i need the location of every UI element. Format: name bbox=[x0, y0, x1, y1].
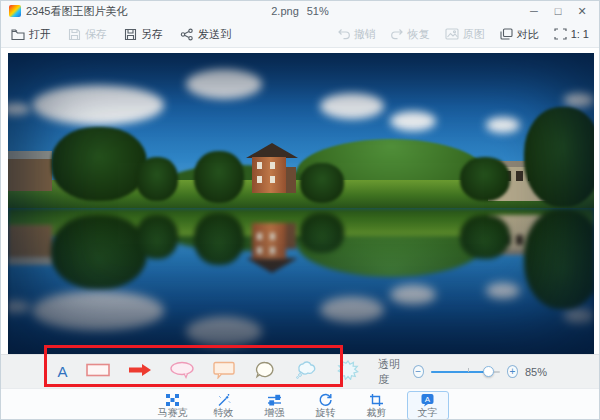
text-bubble-icon: A bbox=[420, 393, 435, 407]
barn-building bbox=[8, 225, 52, 265]
photo-scene bbox=[8, 53, 594, 208]
photo-reflection bbox=[8, 208, 594, 354]
compare-button[interactable]: 对比 bbox=[500, 27, 539, 42]
actual-size-icon bbox=[554, 28, 567, 40]
sliders-icon bbox=[267, 393, 282, 407]
compare-icon bbox=[500, 28, 513, 40]
redo-icon bbox=[391, 28, 404, 40]
house-roof bbox=[246, 143, 298, 158]
app-window: 2345看图王图片美化 2.png 51% ─ □ ✕ 打开 保存 另存 发送到 bbox=[0, 0, 600, 420]
opacity-slider-fill bbox=[431, 371, 490, 373]
tree bbox=[524, 209, 594, 309]
house bbox=[246, 143, 298, 193]
house-window bbox=[257, 162, 262, 169]
photo-area bbox=[1, 48, 599, 354]
app-logo-icon bbox=[9, 5, 21, 17]
save-as-button[interactable]: 另存 bbox=[124, 27, 163, 42]
rotate-icon bbox=[318, 393, 333, 407]
cloud bbox=[486, 283, 520, 299]
cloud bbox=[320, 93, 384, 119]
photo-water bbox=[8, 208, 594, 354]
undo-icon bbox=[337, 28, 350, 40]
original-image-button[interactable]: 原图 bbox=[445, 27, 485, 42]
save-as-icon bbox=[124, 28, 137, 41]
maximize-button[interactable]: □ bbox=[547, 2, 569, 20]
undo-button[interactable]: 撤销 bbox=[337, 27, 376, 42]
opacity-control: 透明度 − + 85% bbox=[378, 357, 547, 387]
app-title: 2345看图王图片美化 bbox=[26, 4, 127, 19]
house bbox=[246, 223, 298, 273]
tab-rotate[interactable]: 旋转 bbox=[305, 391, 347, 420]
slider-tick bbox=[468, 368, 469, 372]
tab-text[interactable]: A 文字 bbox=[407, 391, 449, 420]
open-button[interactable]: 打开 bbox=[11, 27, 51, 42]
tab-mosaic[interactable]: 马赛克 bbox=[152, 391, 194, 420]
tab-label: 裁剪 bbox=[367, 408, 387, 418]
red-highlight-rectangle bbox=[44, 345, 343, 387]
actual-size-button[interactable]: 1: 1 bbox=[554, 28, 589, 40]
house-porch bbox=[286, 167, 296, 193]
document-info: 2.png 51% bbox=[271, 1, 329, 21]
cloud bbox=[186, 317, 262, 347]
house-roof bbox=[246, 258, 298, 273]
tree bbox=[460, 215, 510, 259]
house-window bbox=[270, 233, 275, 240]
tree bbox=[194, 151, 244, 203]
toolbar-right-group: 撤销 恢复 原图 对比 1: 1 bbox=[322, 27, 589, 42]
tab-enhance[interactable]: 增强 bbox=[254, 391, 296, 420]
window-controls: ─ □ ✕ bbox=[523, 2, 593, 20]
cloud bbox=[320, 297, 384, 323]
opacity-decrease-button[interactable]: − bbox=[413, 365, 424, 378]
redo-button[interactable]: 恢复 bbox=[391, 27, 430, 42]
title-bar: 2345看图王图片美化 2.png 51% ─ □ ✕ bbox=[1, 1, 599, 21]
opacity-slider[interactable] bbox=[431, 365, 500, 378]
main-toolbar: 打开 保存 另存 发送到 撤销 恢复 原图 bbox=[1, 21, 599, 48]
house-window bbox=[257, 176, 262, 183]
cloud bbox=[564, 93, 594, 107]
file-name: 2.png bbox=[271, 5, 299, 17]
tree bbox=[300, 163, 344, 203]
opacity-label: 透明度 bbox=[378, 357, 406, 387]
cloud bbox=[32, 291, 164, 331]
send-to-button[interactable]: 发送到 bbox=[180, 27, 231, 42]
tree bbox=[460, 157, 510, 201]
send-to-icon bbox=[180, 28, 194, 41]
folder-open-icon bbox=[11, 28, 25, 41]
magic-wand-icon bbox=[216, 393, 231, 407]
cloud bbox=[32, 85, 164, 125]
house-porch bbox=[286, 223, 296, 249]
opacity-increase-button[interactable]: + bbox=[507, 365, 518, 378]
tab-label: 马赛克 bbox=[158, 408, 188, 418]
house-window bbox=[270, 176, 275, 183]
tree bbox=[51, 127, 147, 201]
cloud bbox=[390, 285, 436, 305]
house-window bbox=[270, 162, 275, 169]
opacity-slider-thumb[interactable] bbox=[483, 366, 494, 377]
save-icon bbox=[68, 28, 81, 41]
bottom-tab-bar: 马赛克 特效 增强 旋转 裁剪 A 文字 bbox=[1, 388, 599, 420]
photo-canvas bbox=[8, 53, 594, 354]
save-button[interactable]: 保存 bbox=[68, 27, 107, 42]
close-button[interactable]: ✕ bbox=[571, 2, 593, 20]
barn-building bbox=[8, 151, 52, 191]
mosaic-icon bbox=[165, 393, 180, 407]
crop-icon bbox=[369, 393, 384, 407]
cloud bbox=[486, 117, 520, 133]
tree bbox=[524, 107, 594, 207]
tab-label: 旋转 bbox=[316, 408, 336, 418]
tab-label: 文字 bbox=[418, 408, 438, 418]
house-window bbox=[257, 247, 262, 254]
zoom-level: 51% bbox=[307, 5, 329, 17]
tree bbox=[136, 157, 178, 201]
cloud bbox=[186, 69, 262, 99]
tab-label: 增强 bbox=[265, 408, 285, 418]
tree bbox=[136, 215, 178, 259]
svg-text:A: A bbox=[425, 395, 431, 404]
opacity-value: 85% bbox=[525, 366, 547, 378]
cloud bbox=[390, 111, 436, 131]
tab-crop[interactable]: 裁剪 bbox=[356, 391, 398, 420]
tab-effects[interactable]: 特效 bbox=[203, 391, 245, 420]
minimize-button[interactable]: ─ bbox=[523, 2, 545, 20]
tab-label: 特效 bbox=[214, 408, 234, 418]
tree bbox=[194, 213, 244, 265]
